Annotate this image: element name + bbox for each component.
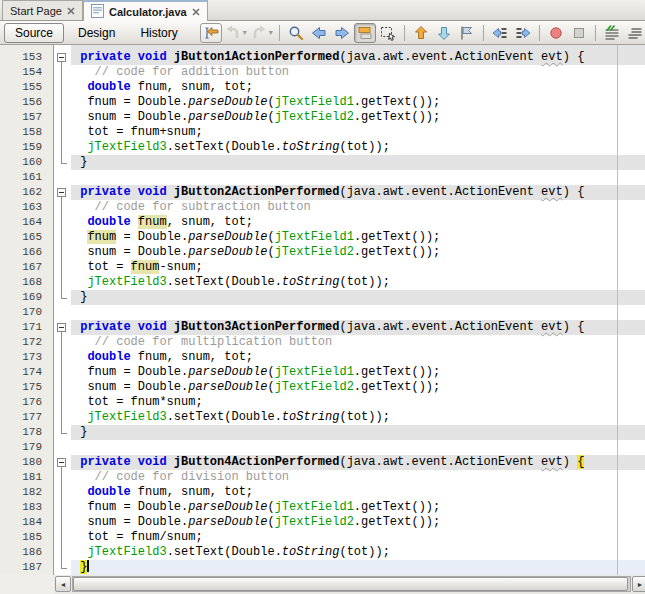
code-text[interactable]: fnum = Double.parseDouble(jTextField1.ge…	[71, 365, 645, 380]
line-number[interactable]: 183	[0, 500, 54, 515]
code-text[interactable]: // code for division button	[71, 470, 645, 485]
line-number[interactable]: 182	[0, 485, 54, 500]
line-number[interactable]: 160	[0, 155, 54, 170]
stop-macro-recording-icon[interactable]	[568, 23, 590, 43]
code-text[interactable]: jTextField3.setText(Double.toString(tot)…	[71, 410, 645, 425]
code-text[interactable]: snum = Double.parseDouble(jTextField2.ge…	[71, 515, 645, 530]
fold-collapse-icon[interactable]	[57, 323, 66, 332]
line-number[interactable]: 175	[0, 380, 54, 395]
code-text[interactable]: snum = Double.parseDouble(jTextField2.ge…	[71, 110, 645, 125]
find-next-icon[interactable]	[331, 23, 353, 43]
code-text[interactable]: tot = fnum+snum;	[71, 125, 645, 140]
history-view-button[interactable]: History	[129, 23, 188, 43]
code-text[interactable]: double fnum, snum, tot;	[71, 80, 645, 95]
code-text[interactable]: // code for subtraction button	[71, 200, 645, 215]
line-number[interactable]: 163	[0, 200, 54, 215]
last-edit-position-icon[interactable]	[200, 23, 222, 43]
code-text[interactable]: jTextField3.setText(Double.toString(tot)…	[71, 275, 645, 290]
line-number[interactable]: 187	[0, 560, 54, 575]
shift-line-left-icon[interactable]	[489, 23, 511, 43]
scroll-left-button[interactable]: ◄	[55, 576, 71, 592]
line-number[interactable]: 184	[0, 515, 54, 530]
line-number[interactable]: 170	[0, 305, 54, 320]
code-text[interactable]: tot = fnum-snum;	[71, 260, 645, 275]
code-text[interactable]: // code for multiplication button	[71, 335, 645, 350]
code-text[interactable]: }	[71, 425, 645, 440]
code-text[interactable]: private void jButton4ActionPerformed(jav…	[71, 455, 645, 470]
line-number[interactable]: 186	[0, 545, 54, 560]
line-number[interactable]: 173	[0, 350, 54, 365]
line-number[interactable]: 156	[0, 95, 54, 110]
toggle-bookmark-icon[interactable]	[456, 23, 478, 43]
code-text[interactable]	[71, 440, 645, 455]
line-number[interactable]: 177	[0, 410, 54, 425]
tab-start-page[interactable]: Start Page	[2, 0, 83, 20]
code-text[interactable]: private void jButton2ActionPerformed(jav…	[71, 185, 645, 200]
line-number[interactable]: 157	[0, 110, 54, 125]
fold-collapse-icon[interactable]	[57, 53, 66, 62]
line-number[interactable]: 159	[0, 140, 54, 155]
line-number[interactable]: 169	[0, 290, 54, 305]
source-view-button[interactable]: Source	[4, 23, 64, 43]
line-number[interactable]: 181	[0, 470, 54, 485]
code-text[interactable]: tot = fnum*snum;	[71, 395, 645, 410]
design-view-button[interactable]: Design	[67, 23, 126, 43]
code-text[interactable]: }	[71, 155, 645, 170]
close-icon[interactable]	[67, 5, 75, 17]
code-text[interactable]: private void jButton1ActionPerformed(jav…	[71, 50, 645, 65]
code-text[interactable]: fnum = Double.parseDouble(jTextField1.ge…	[71, 230, 645, 245]
line-number[interactable]: 171	[0, 320, 54, 335]
code-text[interactable]: }	[71, 560, 645, 575]
line-number[interactable]: 172	[0, 335, 54, 350]
line-number[interactable]: 165	[0, 230, 54, 245]
code-text[interactable]: // code for addition button	[71, 65, 645, 80]
code-editor[interactable]: 152153 private void jButton1ActionPerfor…	[0, 45, 645, 575]
tab-calculator-java[interactable]: Calculator.java	[83, 0, 208, 21]
line-number[interactable]: 167	[0, 260, 54, 275]
toggle-rectangular-selection-icon[interactable]	[377, 23, 399, 43]
code-text[interactable]: double fnum, snum, tot;	[71, 485, 645, 500]
line-number[interactable]: 153	[0, 50, 54, 65]
line-number[interactable]: 179	[0, 440, 54, 455]
line-number[interactable]: 161	[0, 170, 54, 185]
line-number[interactable]: 168	[0, 275, 54, 290]
dropdown-arrow-icon[interactable]: ▾	[269, 29, 273, 37]
code-text[interactable]: fnum = Double.parseDouble(jTextField1.ge…	[71, 95, 645, 110]
code-text[interactable]: snum = Double.parseDouble(jTextField2.ge…	[71, 380, 645, 395]
code-text[interactable]: jTextField3.setText(Double.toString(tot)…	[71, 140, 645, 155]
fold-collapse-icon[interactable]	[57, 458, 66, 467]
uncomment-icon[interactable]	[624, 23, 645, 43]
scroll-right-button[interactable]: ►	[632, 576, 645, 592]
fold-collapse-icon[interactable]	[57, 188, 66, 197]
start-macro-recording-icon[interactable]	[545, 23, 567, 43]
code-text[interactable]: fnum = Double.parseDouble(jTextField1.ge…	[71, 500, 645, 515]
line-number[interactable]: 154	[0, 65, 54, 80]
line-number[interactable]: 162	[0, 185, 54, 200]
line-number[interactable]: 178	[0, 425, 54, 440]
code-text[interactable]	[71, 305, 645, 320]
toggle-highlight-search-icon[interactable]	[354, 23, 376, 43]
line-number[interactable]: 164	[0, 215, 54, 230]
line-number[interactable]: 158	[0, 125, 54, 140]
line-number[interactable]: 180	[0, 455, 54, 470]
find-selection-icon[interactable]	[285, 23, 307, 43]
code-text[interactable]: snum = Double.parseDouble(jTextField2.ge…	[71, 245, 645, 260]
shift-line-right-icon[interactable]	[512, 23, 534, 43]
line-number[interactable]: 155	[0, 80, 54, 95]
close-icon[interactable]	[192, 6, 200, 18]
code-text[interactable]: double fnum, snum, tot;	[71, 350, 645, 365]
line-number[interactable]: 176	[0, 395, 54, 410]
code-text[interactable]: double fnum, snum, tot;	[71, 215, 645, 230]
code-text[interactable]	[71, 170, 645, 185]
line-number[interactable]: 174	[0, 365, 54, 380]
comment-icon[interactable]	[601, 23, 623, 43]
code-text[interactable]: jTextField3.setText(Double.toString(tot)…	[71, 545, 645, 560]
code-text[interactable]: tot = fnum/snum;	[71, 530, 645, 545]
line-number[interactable]: 166	[0, 245, 54, 260]
code-text[interactable]: private void jButton3ActionPerformed(jav…	[71, 320, 645, 335]
next-bookmark-icon[interactable]	[433, 23, 455, 43]
find-previous-icon[interactable]	[308, 23, 330, 43]
scrollbar-thumb[interactable]	[73, 577, 628, 591]
previous-bookmark-icon[interactable]	[410, 23, 432, 43]
line-number[interactable]: 185	[0, 530, 54, 545]
